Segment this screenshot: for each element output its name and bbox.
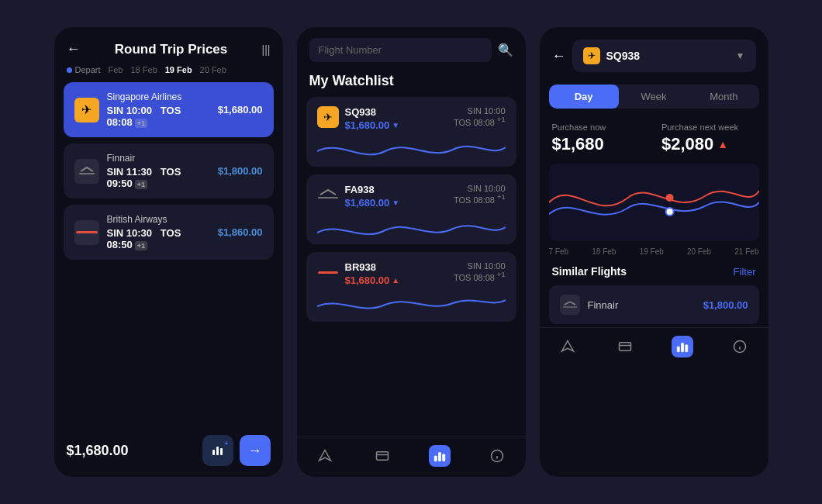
- s3-prices: Purchase now $1,680 Purchase next week $…: [540, 116, 768, 161]
- svg-point-14: [665, 194, 673, 202]
- svg-rect-9: [438, 452, 440, 461]
- wc-br-num: BR938: [345, 261, 454, 273]
- purchase-next-label: Purchase next week: [661, 123, 756, 132]
- purchase-now-block: Purchase now $1,680: [552, 123, 647, 154]
- svg-rect-2: [216, 447, 219, 455]
- time-filter-tabs: Day Week Month: [549, 85, 759, 109]
- filter-icon[interactable]: |||: [262, 43, 271, 56]
- svg-rect-3: [220, 448, 223, 455]
- s3-flight-dropdown[interactable]: ✈ SQ938 ▼: [572, 40, 756, 72]
- date-feb[interactable]: Feb: [109, 65, 123, 74]
- wc-br-logo: [317, 261, 339, 283]
- flight-card-sg[interactable]: ✈ Singapore Airlines SIN 10:00 TOS 08:08…: [64, 82, 274, 137]
- wc-fa-info: FA938 $1,680.00 ▼: [345, 184, 454, 209]
- s3-date-18feb: 18 Feb: [592, 247, 616, 256]
- wc-sq-from: SIN 10:00: [454, 106, 506, 116]
- purchase-next-block: Purchase next week $2,080 ▲: [661, 123, 756, 154]
- search-icon[interactable]: 🔍: [498, 43, 513, 57]
- date-19[interactable]: 19 Feb: [165, 65, 192, 74]
- ba-times: SIN 10:30 TOS 08:50+1: [107, 227, 210, 250]
- s3-finnair-logo: [560, 295, 580, 315]
- back-button[interactable]: ←: [67, 41, 81, 57]
- purchase-now-label: Purchase now: [552, 123, 647, 132]
- wc-fa-chart: [317, 213, 506, 244]
- wc-br-up-icon: ▲: [392, 276, 399, 285]
- depart-text: Depart: [75, 65, 101, 74]
- watchlist-item-fa938[interactable]: FA938 $1,680.00 ▼ SIN 10:00 TOS 08:08 +1: [306, 174, 516, 244]
- tab-month[interactable]: Month: [689, 85, 758, 109]
- nav-card-icon[interactable]: [371, 445, 393, 467]
- purchase-next-price: $2,080 ▲: [661, 134, 756, 154]
- depart-label: Depart: [67, 65, 101, 74]
- s3-date-7feb: 7 Feb: [549, 247, 569, 256]
- tab-week[interactable]: Week: [619, 85, 689, 109]
- s3-flight-name: SQ938: [606, 50, 730, 62]
- svg-rect-21: [681, 343, 683, 351]
- wc-fa-route: SIN 10:00 TOS 08:08 +1: [454, 184, 506, 205]
- svg-rect-6: [377, 451, 389, 460]
- s3-nav-chart-icon[interactable]: [672, 336, 693, 357]
- wc-sq-num: SQ938: [345, 106, 454, 118]
- date-tabs: Depart Feb 18 Feb 19 Feb 20 Feb: [54, 65, 283, 82]
- finnair-info: Finnair SIN 11:30 TOS 09:50+1: [107, 153, 210, 189]
- wc-fa-logo: [317, 184, 339, 205]
- total-price: $1,680.00: [67, 443, 129, 459]
- s2-header: Flight Number 🔍: [297, 27, 526, 70]
- search-bar[interactable]: Flight Number: [309, 38, 492, 62]
- purchase-next-price-val: $2,080: [661, 134, 713, 154]
- finnair-airline-name: Finnair: [107, 153, 210, 164]
- screen-round-trip: ← Round Trip Prices ||| Depart Feb 18 Fe…: [54, 27, 283, 477]
- wc-br-from: SIN 10:00: [454, 261, 506, 271]
- s3-similar-header: Similar Flights Filter: [540, 261, 768, 282]
- s1-header: ← Round Trip Prices |||: [54, 27, 283, 65]
- s3-nav-navigate-icon[interactable]: [557, 336, 579, 357]
- s1-title: Round Trip Prices: [115, 42, 227, 57]
- wc-top-br: BR938 $1,680.00 ▲ SIN 10:00 TOS 08:08 +1: [317, 261, 506, 286]
- watchlist-item-br938[interactable]: BR938 $1,680.00 ▲ SIN 10:00 TOS 08:08 +1: [306, 252, 516, 322]
- finnair-logo: [74, 159, 99, 184]
- nav-chart-icon[interactable]: [429, 445, 451, 467]
- flight-cards-list: ✈ Singapore Airlines SIN 10:00 TOS 08:08…: [54, 82, 283, 424]
- sg-airline-name: Singapore Airlines: [107, 91, 210, 102]
- next-button[interactable]: →: [240, 435, 271, 466]
- price-up-icon: ▲: [717, 138, 728, 150]
- date-18[interactable]: 18 Feb: [131, 65, 157, 74]
- s3-nav-card-icon[interactable]: [614, 336, 636, 357]
- screen-flight-detail: ← ✈ SQ938 ▼ Day Week Month Purchase now …: [540, 27, 768, 477]
- wc-sq-to: TOS 08:08 +1: [454, 116, 506, 127]
- svg-rect-10: [443, 454, 445, 461]
- wc-fa-to: TOS 08:08 +1: [454, 193, 506, 205]
- add-to-watchlist-button[interactable]: +: [202, 435, 233, 466]
- nav-info-icon[interactable]: [486, 445, 508, 467]
- nav-navigate-icon[interactable]: [314, 445, 336, 467]
- wc-br-to: TOS 08:08 +1: [454, 271, 506, 282]
- s3-date-20feb: 20 Feb: [687, 247, 711, 256]
- flight-card-ba[interactable]: British Airways SIN 10:30 TOS 08:50+1 $1…: [64, 205, 274, 260]
- screen-watchlist: Flight Number 🔍 My Watchlist ✈ SQ938 $1,…: [297, 27, 526, 477]
- finnair-price-col: $1,800.00: [218, 165, 263, 177]
- wc-br-price-val: $1,680.00: [345, 274, 390, 286]
- watchlist-item-sq938[interactable]: ✈ SQ938 $1,680.00 ▼ SIN 10:00 TOS 08:08 …: [306, 97, 516, 167]
- wc-sq-logo: ✈: [317, 106, 339, 128]
- svg-rect-18: [620, 342, 631, 350]
- sg-info: Singapore Airlines SIN 10:00 TOS 08:08+1: [107, 91, 210, 128]
- s3-nav-info-icon[interactable]: [729, 336, 751, 357]
- wc-fa-price-val: $1,680.00: [345, 197, 390, 209]
- sg-times: SIN 10:00 TOS 08:08+1: [107, 105, 210, 128]
- wc-top-sq: ✈ SQ938 $1,680.00 ▼ SIN 10:00 TOS 08:08 …: [317, 106, 506, 131]
- s3-nav-bar: [540, 327, 768, 368]
- similar-flight-finnair[interactable]: Finnair $1,800.00: [549, 285, 759, 324]
- filter-button[interactable]: Filter: [734, 266, 756, 278]
- wc-br-chart: [317, 291, 506, 322]
- date-20[interactable]: 20 Feb: [200, 65, 226, 74]
- finnair-times: SIN 11:30 TOS 09:50+1: [107, 166, 210, 189]
- svg-rect-1: [212, 450, 215, 455]
- svg-rect-20: [677, 347, 679, 352]
- flight-card-finnair[interactable]: Finnair SIN 11:30 TOS 09:50+1 $1,800.00: [64, 143, 274, 198]
- similar-flights-title: Similar Flights: [552, 265, 627, 278]
- chevron-down-icon: ▼: [736, 50, 745, 61]
- s3-back-button[interactable]: ←: [552, 48, 566, 64]
- depart-dot: [67, 67, 72, 73]
- svg-marker-17: [562, 340, 574, 351]
- tab-day[interactable]: Day: [549, 85, 619, 109]
